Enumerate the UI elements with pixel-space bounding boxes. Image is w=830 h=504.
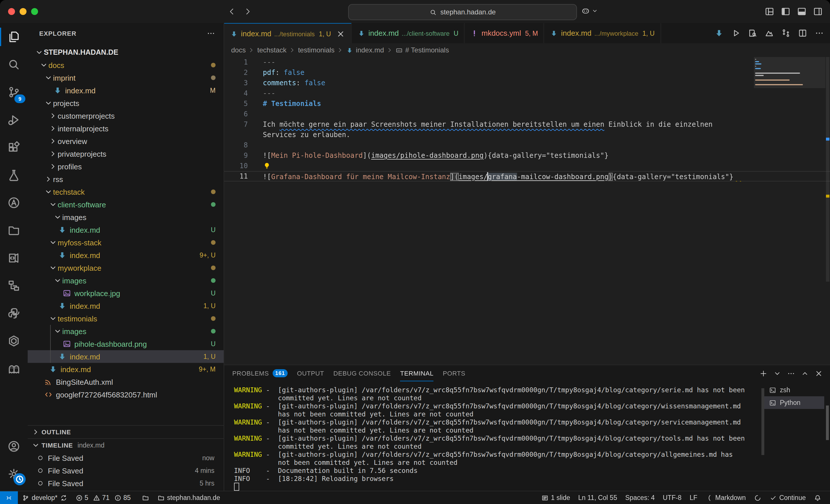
minimize-window-button[interactable]: [20, 8, 27, 15]
close-window-button[interactable]: [8, 8, 15, 15]
panel-tab-ports[interactable]: PORTS: [443, 366, 465, 381]
status-workspace-name[interactable]: stephan.hadan.de: [153, 491, 224, 504]
tree-item-profiles[interactable]: profiles: [28, 160, 224, 173]
terminal-session-zsh[interactable]: zsh: [764, 383, 824, 396]
terminal-session-python[interactable]: Python: [764, 396, 824, 409]
maximize-panel-icon[interactable]: [801, 369, 809, 377]
tab-mkdocs-yml-2[interactable]: mkdocs.yml5, M: [465, 23, 544, 43]
tree-item-index-md[interactable]: index.md1, U: [28, 350, 224, 363]
toggle-panel-right-icon[interactable]: [813, 6, 823, 17]
command-center[interactable]: stephan.hadan.de: [348, 4, 577, 20]
open-preview-side-icon[interactable]: [747, 28, 757, 38]
tree-item-myfoss-stack[interactable]: myfoss-stack: [28, 236, 224, 249]
terminal-output[interactable]: WARNING - [git-authors-plugin] /var/fold…: [234, 386, 755, 492]
activity-folder-library[interactable]: [0, 216, 28, 244]
panel-tab-terminal[interactable]: TERMINAL: [400, 366, 434, 381]
activity-python[interactable]: [0, 300, 28, 327]
activity-source-control[interactable]: 9: [0, 78, 28, 106]
tree-item-stephan-hadan-de[interactable]: STEPHAN.HADAN.DE: [28, 46, 224, 59]
toggle-panel-bottom-icon[interactable]: [797, 6, 807, 17]
forward-icon[interactable]: [243, 7, 252, 16]
tree-item-index-md[interactable]: index.mdM: [28, 84, 224, 97]
status-git-branch[interactable]: develop*: [18, 491, 71, 504]
outline-section-header[interactable]: OUTLINE: [28, 425, 224, 438]
status-problems-summary[interactable]: 57185: [71, 491, 138, 504]
terminal-scrollbar[interactable]: [761, 388, 764, 455]
timeline-section-header[interactable]: TIMELINE index.md: [28, 438, 224, 451]
timeline-item[interactable]: File Saved4 mins: [28, 464, 224, 477]
tree-item-images[interactable]: images: [28, 325, 224, 338]
close-panel-icon[interactable]: [815, 369, 823, 377]
tree-item-index-md[interactable]: index.mdU: [28, 224, 224, 236]
explorer-more-actions-icon[interactable]: [206, 29, 216, 38]
timeline-item[interactable]: File Savednow: [28, 451, 224, 464]
markdown-preview-icon[interactable]: [764, 28, 774, 38]
tree-item-pihole-dashboard-png[interactable]: pihole-dashboard.pngU: [28, 338, 224, 350]
markdownlint-toggle-icon[interactable]: [714, 28, 724, 38]
activity-live-server[interactable]: [0, 244, 28, 272]
tree-item-client-software[interactable]: client-software: [28, 198, 224, 211]
breadcrumb-item[interactable]: techstack: [257, 46, 286, 54]
status-encoding[interactable]: UTF-8: [659, 491, 685, 504]
status-workspace-folder-icon[interactable]: [138, 491, 153, 504]
activity-settings[interactable]: [0, 460, 28, 488]
customize-layout-icon[interactable]: [764, 6, 775, 17]
tab-index-md-0[interactable]: index.md.../testimonials1, U: [224, 23, 352, 44]
activity-testing[interactable]: [0, 161, 28, 189]
activity-accounts[interactable]: [0, 433, 28, 460]
activity-ghosts-tool[interactable]: [0, 355, 28, 382]
tree-item-internalprojects[interactable]: internalprojects: [28, 122, 224, 135]
chevron-down-sm-icon[interactable]: [592, 7, 598, 14]
status-notifications[interactable]: [810, 491, 825, 504]
tree-item-overview[interactable]: overview: [28, 135, 224, 147]
status-slides-count[interactable]: 1 slide: [537, 491, 574, 504]
tab-index-md-3[interactable]: index.md.../myworkplace1, U: [544, 23, 661, 43]
activity-hierarchy-tool[interactable]: [0, 272, 28, 300]
editor-scrollbar[interactable]: [826, 57, 829, 282]
tree-item-imprint[interactable]: imprint: [28, 71, 224, 84]
toggle-panel-left-icon[interactable]: [780, 6, 791, 17]
breadcrumb-item[interactable]: abc# Testimonials: [395, 46, 449, 54]
copilot-menu[interactable]: [581, 6, 598, 15]
tree-item-index-md[interactable]: index.md9+, U: [28, 249, 224, 262]
tree-item-customerprojects[interactable]: customerprojects: [28, 109, 224, 122]
terminal-profile-dropdown-icon[interactable]: [773, 369, 781, 377]
breadcrumb-item[interactable]: docs: [231, 46, 246, 54]
status-eol[interactable]: LF: [685, 491, 701, 504]
activity-explorer[interactable]: [0, 23, 28, 51]
zoom-window-button[interactable]: [31, 8, 38, 15]
tree-item-images[interactable]: images: [28, 211, 224, 224]
minimap[interactable]: [754, 57, 825, 365]
status-remote-indicator[interactable]: [0, 491, 18, 504]
back-icon[interactable]: [227, 7, 236, 16]
tree-item-index-md[interactable]: index.md1, U: [28, 300, 224, 312]
tree-item-testimonials[interactable]: testimonials: [28, 312, 224, 325]
status-background-task-spinner[interactable]: [750, 491, 765, 504]
sessions-scrollbar[interactable]: [826, 405, 829, 440]
activity-search[interactable]: [0, 51, 28, 78]
tree-item-privateprojects[interactable]: privateprojects: [28, 147, 224, 160]
status-cursor-position[interactable]: Ln 11, Col 55: [574, 491, 621, 504]
activity-letter-a-tool[interactable]: [0, 189, 28, 216]
tree-item-images[interactable]: images: [28, 274, 224, 287]
tree-item-rss[interactable]: rss: [28, 173, 224, 186]
split-editor-icon[interactable]: [798, 28, 807, 38]
more-actions-icon[interactable]: [815, 28, 824, 38]
lightbulb-icon[interactable]: [263, 162, 271, 170]
run-file-icon[interactable]: [731, 28, 741, 38]
copilot-icon[interactable]: [581, 6, 590, 15]
panel-tab-output[interactable]: OUTPUT: [297, 366, 324, 381]
tree-item-googlef727264f56832057-html[interactable]: googlef727264f56832057.html: [28, 388, 224, 401]
timeline-item[interactable]: File Saved5 hrs: [28, 477, 224, 490]
tab-index-md-1[interactable]: index.md.../client-softwareU: [352, 23, 465, 43]
tree-item-index-md[interactable]: index.md9+, M: [28, 363, 224, 375]
activity-extensions[interactable]: [0, 134, 28, 161]
panel-tab-problems[interactable]: PROBLEMS161: [232, 366, 288, 381]
breadcrumb-item[interactable]: testimonials: [298, 46, 334, 54]
new-terminal-icon[interactable]: [759, 369, 768, 377]
terminal-more-icon[interactable]: [787, 369, 795, 377]
tree-item-workplace-jpg[interactable]: workplace.jpgU: [28, 287, 224, 300]
tree-item-myworkplace[interactable]: myworkplace: [28, 262, 224, 274]
panel-tab-debug-console[interactable]: DEBUG CONSOLE: [333, 366, 391, 381]
activity-hexagon-tool[interactable]: [0, 327, 28, 355]
